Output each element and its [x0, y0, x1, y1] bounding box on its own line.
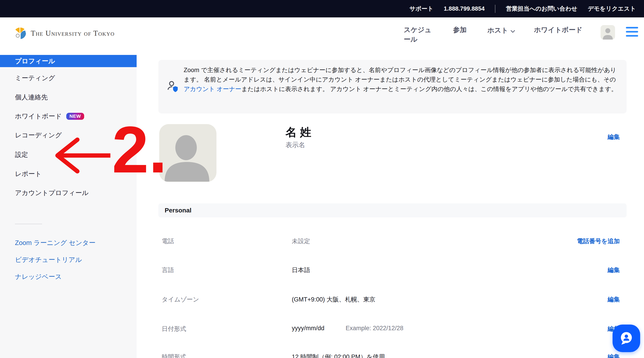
sidebar-item-label: ホワイトボード: [15, 113, 62, 120]
support-phone[interactable]: 1.888.799.8854: [444, 5, 485, 12]
sidebar-item-reports[interactable]: レポート: [15, 169, 42, 178]
row-value: 未設定: [292, 237, 310, 245]
notice-text-before: Zoom で主催されるミーティングまたはウェビナーに参加すると、名前やプロフィー…: [184, 67, 616, 83]
date-format-example: Example: 2022/12/28: [346, 325, 403, 332]
privacy-notice-text: Zoom で主催されるミーティングまたはウェビナーに参加すると、名前やプロフィー…: [184, 65, 621, 94]
privacy-notice: Zoom で主催されるミーティングまたはウェビナーに参加すると、名前やプロフィー…: [158, 60, 626, 113]
sidebar-link-knowledge-base[interactable]: ナレッジベース: [15, 272, 62, 281]
table-row-time-format: 時間形式 12 時間制（例: 02:00 PM）を使用 編集: [158, 353, 626, 358]
edit-timezone-button[interactable]: 編集: [608, 295, 620, 304]
chat-person-icon: [618, 330, 635, 347]
row-label: 言語: [162, 266, 174, 274]
table-row-date-format: 日付形式 yyyy/mm/dd Example: 2022/12/28 編集: [158, 325, 626, 335]
university-logo[interactable]: The University of Tokyo: [13, 25, 115, 41]
person-icon: [600, 25, 615, 39]
profile-name: 名 姓: [286, 125, 311, 140]
row-value: 12 時間制（例: 02:00 PM）を使用: [292, 353, 385, 358]
sidebar-link-learning-center[interactable]: Zoom ラーニング センター: [15, 238, 96, 247]
hamburger-menu-icon[interactable]: [626, 27, 638, 37]
new-badge: NEW: [66, 113, 84, 120]
profile-avatar[interactable]: [159, 124, 216, 182]
sidebar-link-video-tutorials[interactable]: ビデオチュートリアル: [15, 255, 82, 264]
sidebar-item-recordings[interactable]: レコーディング: [15, 131, 62, 140]
sidebar-item-settings[interactable]: 設定: [15, 150, 28, 159]
sidebar-item-account-profile[interactable]: アカウントプロフィール: [15, 188, 89, 197]
nav-whiteboard[interactable]: ホワイトボード: [534, 25, 582, 34]
topbar: サポート 1.888.799.8854 営業担当へのお問い合わせ デモをリクエス…: [0, 0, 644, 17]
topbar-divider: [495, 5, 496, 13]
sidebar-item-contacts[interactable]: 個人連絡先: [15, 93, 48, 102]
nav-schedule[interactable]: スケジュール: [404, 25, 438, 44]
person-icon: [159, 124, 216, 182]
sidebar-item-whiteboard[interactable]: ホワイトボードNEW: [15, 112, 84, 121]
table-row-timezone: タイムゾーン (GMT+9:00) 大阪、札幌、東京 編集: [158, 295, 626, 305]
person-shield-icon: [166, 80, 180, 95]
edit-time-format-button[interactable]: 編集: [608, 353, 620, 358]
notice-text-after: またはホストに表示されます。 アカウント オーナーとミーティング内の他の人々は、…: [241, 86, 617, 92]
personal-section-header: Personal: [158, 203, 626, 217]
nav-host[interactable]: ホスト: [488, 25, 515, 35]
help-chat-button[interactable]: [612, 325, 640, 352]
header: The University of Tokyo スケジュール 参加 ホスト ホワ…: [0, 17, 644, 55]
add-phone-button[interactable]: 電話番号を追加: [577, 237, 620, 245]
row-label: 日付形式: [162, 325, 186, 333]
sidebar-item-profile[interactable]: プロフィール: [0, 55, 137, 67]
logo-text: The University of Tokyo: [31, 29, 115, 37]
sidebar-divider: [15, 224, 42, 224]
profile-display-name: 表示名: [286, 141, 305, 150]
sidebar-item-label: プロフィール: [15, 57, 55, 65]
profile-edit-button[interactable]: 編集: [608, 133, 620, 141]
ginkgo-logo-icon: [13, 25, 27, 41]
row-value: 日本語: [292, 266, 310, 274]
table-row-language: 言語 日本語 編集: [158, 266, 626, 276]
sidebar-item-meetings[interactable]: ミーティング: [15, 73, 55, 82]
account-owner-link[interactable]: アカウント オーナー: [184, 86, 241, 92]
chevron-down-icon: [510, 26, 515, 35]
main-nav: スケジュール 参加 ホスト ホワイトボード: [404, 25, 638, 44]
row-value: (GMT+9:00) 大阪、札幌、東京: [292, 295, 376, 304]
request-demo-link[interactable]: デモをリクエスト: [588, 5, 636, 13]
row-value: yyyy/mm/dd: [292, 325, 324, 332]
contact-sales-link[interactable]: 営業担当へのお問い合わせ: [506, 5, 577, 13]
row-label: 電話: [162, 237, 174, 245]
row-label: 時間形式: [162, 353, 186, 358]
edit-language-button[interactable]: 編集: [608, 266, 620, 274]
sidebar: プロフィール ミーティング 個人連絡先 ホワイトボードNEW レコーディング 設…: [0, 55, 137, 358]
header-avatar[interactable]: [600, 25, 615, 39]
row-label: タイムゾーン: [162, 295, 199, 304]
nav-host-label: ホスト: [488, 25, 508, 35]
table-row-phone: 電話 未設定 電話番号を追加: [158, 237, 626, 247]
support-link[interactable]: サポート: [410, 5, 434, 13]
nav-join[interactable]: 参加: [453, 25, 467, 34]
